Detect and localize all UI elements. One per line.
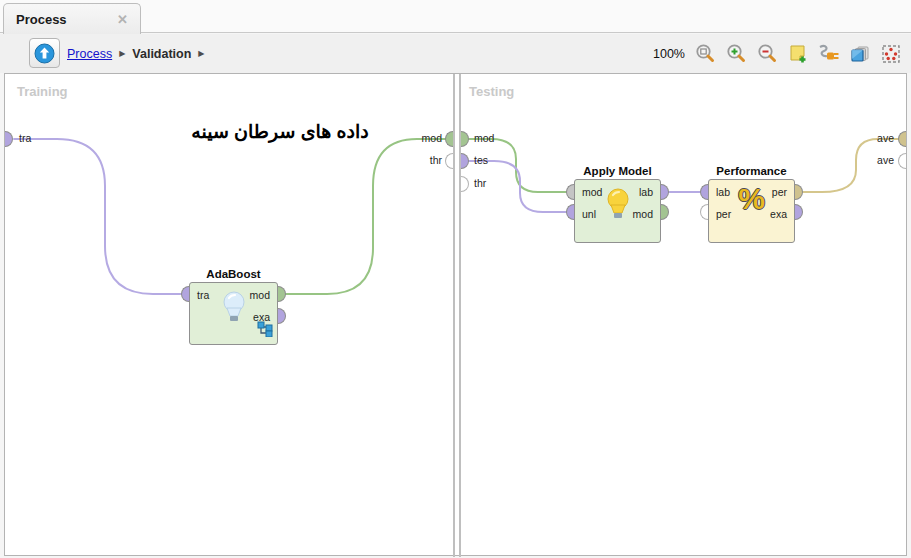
subprocess-icon[interactable]	[257, 321, 273, 341]
port-applymodel-out-mod[interactable]	[661, 204, 669, 220]
breadcrumb-bar: Process ▶ Validation ▶ 100%	[0, 34, 911, 73]
operator-body[interactable]: lab per per exa %	[708, 179, 795, 243]
port-applymodel-out-lab[interactable]	[661, 184, 669, 200]
port-testing-sink-ave-1[interactable]	[898, 131, 906, 147]
operator-adaboost[interactable]: AdaBoost tra mod exa	[189, 282, 278, 345]
port-performance-out-per[interactable]	[795, 184, 803, 200]
wire-tra-to-adaboost	[14, 139, 182, 294]
port-label: mod	[474, 132, 494, 144]
port-training-sink-thr[interactable]	[445, 153, 453, 169]
process-window: Process ✕ Process ▶ Validation ▶ 100%	[0, 0, 911, 558]
fit-view-icon[interactable]	[879, 42, 903, 66]
breadcrumb-process-link[interactable]: Process	[67, 47, 112, 61]
port-testing-source-tes[interactable]	[461, 153, 469, 169]
auto-wire-icon[interactable]	[817, 42, 841, 66]
port-performance-out-exa[interactable]	[795, 204, 803, 220]
port-label: mod	[406, 132, 442, 144]
port-performance-in-lab[interactable]	[700, 184, 708, 200]
breadcrumb: Process ▶ Validation ▶	[67, 34, 205, 73]
panel-divider	[453, 74, 455, 557]
percent-icon: %	[738, 182, 765, 216]
add-note-icon[interactable]	[786, 42, 810, 66]
port-label: mod	[633, 208, 653, 221]
port-label: ave	[858, 132, 894, 144]
port-testing-source-thr[interactable]	[461, 176, 469, 192]
operator-body[interactable]: tra mod exa	[189, 282, 278, 345]
zoom-in-icon[interactable]	[724, 42, 748, 66]
port-applymodel-in-mod[interactable]	[566, 184, 574, 200]
port-adaboost-out-exa[interactable]	[278, 308, 286, 324]
port-label: ave	[858, 154, 894, 166]
port-label: per	[772, 186, 787, 199]
port-adaboost-out-mod[interactable]	[278, 286, 286, 302]
tab-process[interactable]: Process ✕	[3, 3, 141, 34]
port-testing-sink-ave-2[interactable]	[898, 153, 906, 169]
port-label: lab	[716, 186, 730, 199]
port-adaboost-in-tra[interactable]	[181, 286, 189, 302]
port-label: thr	[474, 177, 486, 189]
process-canvas[interactable]: Training Testing داده های سرطان سینه tra…	[4, 73, 907, 556]
port-training-source-tra[interactable]	[5, 131, 13, 147]
port-testing-source-mod[interactable]	[461, 131, 469, 147]
port-label: mod	[250, 289, 270, 302]
port-label: lab	[639, 186, 653, 199]
port-label: mod	[582, 186, 602, 199]
zoom-out-icon[interactable]	[755, 42, 779, 66]
navigate-up-button[interactable]	[29, 38, 60, 68]
breadcrumb-separator-icon: ▶	[119, 49, 125, 58]
operator-performance[interactable]: Performance lab per per exa %	[708, 179, 795, 243]
port-performance-in-per[interactable]	[700, 204, 708, 220]
port-training-sink-mod[interactable]	[445, 131, 453, 147]
arrange-layers-icon[interactable]	[848, 42, 872, 66]
port-label: unl	[582, 208, 596, 221]
port-label: per	[716, 208, 731, 221]
tab-bar: Process ✕	[0, 0, 911, 33]
canvas-toolbar: 100%	[653, 34, 903, 73]
testing-panel-label: Testing	[469, 84, 514, 99]
tab-label: Process	[4, 12, 117, 27]
operator-apply-model[interactable]: Apply Model mod unl lab mod	[574, 179, 661, 243]
operator-body[interactable]: mod unl lab mod	[574, 179, 661, 243]
port-label: exa	[770, 208, 787, 221]
process-annotation[interactable]: داده های سرطان سینه	[165, 120, 395, 143]
port-label: tra	[197, 289, 209, 302]
port-label: thr	[406, 154, 442, 166]
lightbulb-yellow-icon	[605, 187, 631, 225]
breadcrumb-validation[interactable]: Validation	[132, 47, 191, 61]
port-applymodel-in-unl[interactable]	[566, 204, 574, 220]
port-label: tra	[19, 132, 31, 144]
connection-wires	[5, 74, 908, 557]
up-arrow-icon	[34, 43, 55, 64]
zoom-reset-icon[interactable]	[693, 42, 717, 66]
operator-title: Apply Model	[583, 165, 651, 177]
operator-title: AdaBoost	[206, 268, 260, 280]
training-panel-label: Training	[17, 84, 68, 99]
breadcrumb-separator-icon: ▶	[198, 49, 204, 58]
lightbulb-blue-icon	[221, 290, 247, 328]
close-icon[interactable]: ✕	[117, 12, 140, 27]
port-label: tes	[474, 154, 488, 166]
operator-title: Performance	[716, 165, 786, 177]
zoom-level: 100%	[653, 47, 685, 61]
